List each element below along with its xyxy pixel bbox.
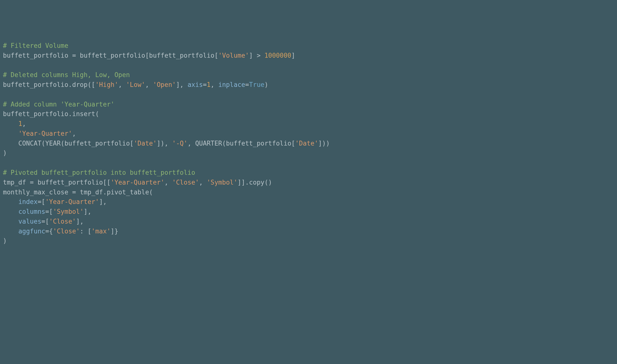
string-literal: 'Close' (53, 228, 80, 235)
string-literal: 'Symbol' (53, 208, 84, 215)
code-text: ) (3, 237, 7, 244)
comment-text: # Filtered Volume (3, 42, 68, 49)
code-text: buffett_portfolio = buffett_portfolio[bu… (3, 52, 218, 59)
blank-line (3, 61, 614, 70)
code-editor[interactable]: # Filtered Volumebuffett_portfolio = buf… (3, 41, 614, 246)
code-line-9: 1, (3, 119, 614, 129)
code-text (3, 130, 18, 137)
code-text: ]} (111, 228, 118, 235)
code-text: ], (84, 208, 91, 215)
code-line-1: # Filtered Volume (3, 41, 614, 51)
code-line-20: aggfunc={'Close': ['max']} (3, 227, 614, 236)
string-literal: 'Open' (153, 81, 176, 88)
code-text: buffett_portfolio.drop([ (3, 81, 95, 88)
string-literal: 'Volume' (218, 52, 249, 59)
code-text: = (203, 81, 207, 88)
code-text: ) (265, 81, 268, 88)
code-text: =[ (42, 218, 49, 225)
code-text: ={ (45, 228, 53, 235)
code-text: ])) (318, 140, 330, 147)
param-name: inplace (218, 81, 245, 88)
code-text: , (145, 81, 153, 88)
code-line-4: # Deleted columns High, Low, Open (3, 70, 614, 80)
param-name: axis (187, 81, 203, 88)
code-line-14: # Pivoted buffett_portfolio into buffett… (3, 168, 614, 178)
string-literal: 'Symbol' (207, 179, 238, 186)
code-text: = (245, 81, 249, 88)
code-text (3, 228, 18, 235)
string-literal: 'Close' (49, 218, 76, 225)
string-literal: 'Year-Quarter' (18, 130, 72, 137)
number-literal: 1000000 (264, 52, 291, 59)
code-text: CONCAT(YEAR(buffett_portfolio[ (3, 140, 134, 147)
code-line-18: columns=['Symbol'], (3, 207, 614, 217)
code-text: , (118, 81, 126, 88)
code-line-8: buffett_portfolio.insert( (3, 109, 614, 119)
code-text: =[ (38, 198, 45, 205)
code-line-10: 'Year-Quarter', (3, 129, 614, 139)
code-text: ] > (249, 52, 265, 59)
code-text: ], (99, 198, 107, 205)
code-text: tmp_df = buffett_portfolio[[ (3, 179, 111, 186)
code-text (3, 208, 18, 215)
number-literal: 1 (207, 81, 211, 88)
code-text (3, 198, 18, 205)
code-line-5: buffett_portfolio.drop(['High', 'Low', '… (3, 80, 614, 90)
blank-line (3, 90, 614, 100)
code-text: ) (3, 149, 7, 157)
param-name: index (18, 198, 38, 205)
code-text: ], (76, 218, 84, 225)
code-line-16: monthly_max_close = tmp_df.pivot_table( (3, 188, 614, 197)
string-literal: 'Date' (134, 140, 157, 147)
string-literal: 'High' (95, 81, 118, 88)
number-literal: 1 (18, 120, 22, 127)
string-literal: 'Low' (126, 81, 145, 88)
string-literal: 'Date' (295, 140, 318, 147)
string-literal: 'max' (91, 228, 111, 235)
code-text: , (22, 120, 26, 127)
code-text: ] (291, 52, 295, 59)
string-literal: 'Year-Quarter' (45, 198, 99, 205)
string-literal: 'Year-Quarter' (111, 179, 164, 186)
keyword-true: True (249, 81, 265, 88)
code-text: ]), (157, 140, 172, 147)
comment-text: # Deleted columns High, Low, Open (3, 71, 130, 79)
code-text: , (199, 179, 207, 186)
comment-text: # Added column 'Year-Quarter' (3, 101, 114, 108)
code-line-21: ) (3, 236, 614, 246)
string-literal: 'Close' (172, 179, 199, 186)
code-text: =[ (45, 208, 53, 215)
comment-text: # Pivoted buffett_portfolio into buffett… (3, 169, 195, 176)
code-text: : [ (80, 228, 91, 235)
code-text: ]].copy() (238, 179, 272, 186)
code-text: , (164, 179, 172, 186)
code-text: , (72, 130, 76, 137)
code-text: , (210, 81, 218, 88)
code-line-15: tmp_df = buffett_portfolio[['Year-Quarte… (3, 178, 614, 188)
blank-line (3, 158, 614, 168)
param-name: columns (18, 208, 45, 215)
code-text: monthly_max_close = tmp_df.pivot_table( (3, 189, 153, 196)
code-text (3, 218, 18, 225)
code-text: buffett_portfolio.insert( (3, 110, 99, 118)
code-line-12: ) (3, 148, 614, 158)
string-literal: '-Q' (172, 140, 188, 147)
param-name: aggfunc (18, 228, 45, 235)
code-line-7: # Added column 'Year-Quarter' (3, 100, 614, 109)
param-name: values (18, 218, 42, 225)
code-text: , QUARTER(buffett_portfolio[ (187, 140, 295, 147)
code-line-11: CONCAT(YEAR(buffett_portfolio['Date']), … (3, 139, 614, 148)
code-line-19: values=['Close'], (3, 217, 614, 227)
code-line-17: index=['Year-Quarter'], (3, 197, 614, 207)
code-text: ], (176, 81, 187, 88)
code-line-2: buffett_portfolio = buffett_portfolio[bu… (3, 51, 614, 61)
code-text (3, 120, 18, 127)
